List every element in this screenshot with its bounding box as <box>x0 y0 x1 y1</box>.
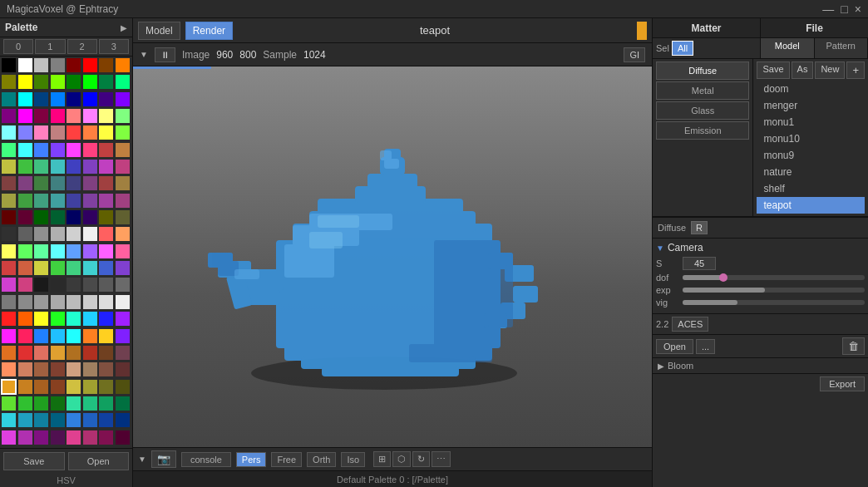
color-cell[interactable] <box>51 413 65 427</box>
color-cell[interactable] <box>116 312 130 326</box>
palette-open-button[interactable]: Open <box>68 452 130 470</box>
color-cell[interactable] <box>99 261 113 275</box>
color-cell[interactable] <box>67 380 81 394</box>
color-cell[interactable] <box>2 413 16 427</box>
vig-slider[interactable] <box>683 300 865 305</box>
color-cell[interactable] <box>34 295 48 309</box>
color-cell[interactable] <box>34 312 48 326</box>
color-cell[interactable] <box>83 92 97 106</box>
palette-arrow-icon[interactable]: ▶ <box>121 23 127 32</box>
metal-button[interactable]: Metal <box>656 81 749 100</box>
color-cell[interactable] <box>18 346 32 360</box>
bottom-arrow-icon[interactable]: ▼ <box>138 455 146 464</box>
color-cell[interactable] <box>2 430 16 445</box>
dof-slider[interactable] <box>683 275 865 280</box>
color-cell[interactable] <box>67 176 81 190</box>
orth-button[interactable]: Orth <box>307 452 336 467</box>
color-cell[interactable] <box>99 430 113 445</box>
color-cell[interactable] <box>83 329 97 343</box>
color-cell[interactable] <box>51 278 65 292</box>
color-cell[interactable] <box>67 362 81 376</box>
color-cell[interactable] <box>18 312 32 326</box>
color-cell[interactable] <box>34 75 48 89</box>
color-cell[interactable] <box>99 295 113 309</box>
color-cell[interactable] <box>67 227 81 241</box>
color-cell[interactable] <box>18 261 32 275</box>
color-cell[interactable] <box>99 176 113 190</box>
color-cell[interactable] <box>99 413 113 427</box>
color-cell[interactable] <box>51 210 65 224</box>
color-cell[interactable] <box>116 227 130 241</box>
color-cell[interactable] <box>67 346 81 360</box>
glass-button[interactable]: Glass <box>656 101 749 120</box>
color-cell[interactable] <box>2 295 16 309</box>
color-cell[interactable] <box>67 58 81 72</box>
color-cell[interactable] <box>34 329 48 343</box>
model-list-item[interactable]: monu9 <box>757 147 865 164</box>
color-cell[interactable] <box>18 143 32 157</box>
color-cell[interactable] <box>2 380 16 394</box>
color-cell[interactable] <box>67 143 81 157</box>
color-cell[interactable] <box>99 143 113 157</box>
color-cell[interactable] <box>34 362 48 376</box>
color-cell[interactable] <box>83 125 97 140</box>
color-cell[interactable] <box>18 396 32 411</box>
color-cell[interactable] <box>67 92 81 106</box>
rotate-icon[interactable]: ↻ <box>412 451 430 467</box>
color-cell[interactable] <box>34 261 48 275</box>
color-cell[interactable] <box>99 362 113 376</box>
camera-button[interactable]: 📷 <box>151 450 176 468</box>
palette-tab-1[interactable]: 1 <box>35 39 65 54</box>
gi-button[interactable]: GI <box>624 47 645 62</box>
color-cell[interactable] <box>34 430 48 445</box>
color-cell[interactable] <box>2 261 16 275</box>
color-cell[interactable] <box>83 362 97 376</box>
color-cell[interactable] <box>67 210 81 224</box>
color-cell[interactable] <box>51 380 65 394</box>
color-cell[interactable] <box>51 329 65 343</box>
palette-tab-3[interactable]: 3 <box>99 39 129 54</box>
color-cell[interactable] <box>51 244 65 258</box>
cube-icon[interactable]: ⬡ <box>392 451 411 467</box>
r-badge[interactable]: R <box>691 221 708 234</box>
color-cell[interactable] <box>99 227 113 241</box>
color-cell[interactable] <box>116 396 130 411</box>
color-cell[interactable] <box>99 329 113 343</box>
color-cell[interactable] <box>67 125 81 140</box>
color-cell[interactable] <box>34 58 48 72</box>
color-cell[interactable] <box>67 430 81 445</box>
color-cell[interactable] <box>51 176 65 190</box>
color-cell[interactable] <box>83 244 97 258</box>
diffuse-button[interactable]: Diffuse <box>656 61 749 80</box>
color-cell[interactable] <box>34 109 48 123</box>
color-cell[interactable] <box>2 346 16 360</box>
color-cell[interactable] <box>67 244 81 258</box>
color-cell[interactable] <box>99 109 113 123</box>
s-input[interactable] <box>683 257 716 270</box>
color-cell[interactable] <box>34 125 48 140</box>
color-cell[interactable] <box>18 278 32 292</box>
color-cell[interactable] <box>67 261 81 275</box>
color-cell[interactable] <box>67 194 81 208</box>
color-cell[interactable] <box>34 143 48 157</box>
all-button[interactable]: All <box>672 41 693 56</box>
color-cell[interactable] <box>2 109 16 123</box>
aces-button[interactable]: ACES <box>672 317 708 332</box>
color-cell[interactable] <box>34 244 48 258</box>
color-cell[interactable] <box>51 346 65 360</box>
color-cell[interactable] <box>51 312 65 326</box>
bloom-arrow-icon[interactable]: ▶ <box>658 362 664 371</box>
color-cell[interactable] <box>83 278 97 292</box>
color-cell[interactable] <box>34 380 48 394</box>
color-cell[interactable] <box>99 92 113 106</box>
pers-button[interactable]: Pers <box>236 452 267 467</box>
color-cell[interactable] <box>34 176 48 190</box>
as-button[interactable]: As <box>792 61 814 79</box>
color-cell[interactable] <box>67 75 81 89</box>
color-cell[interactable] <box>18 92 32 106</box>
color-cell[interactable] <box>83 176 97 190</box>
color-cell[interactable] <box>83 396 97 411</box>
save-file-button[interactable]: Save <box>757 61 789 79</box>
color-cell[interactable] <box>51 125 65 140</box>
color-cell[interactable] <box>51 143 65 157</box>
